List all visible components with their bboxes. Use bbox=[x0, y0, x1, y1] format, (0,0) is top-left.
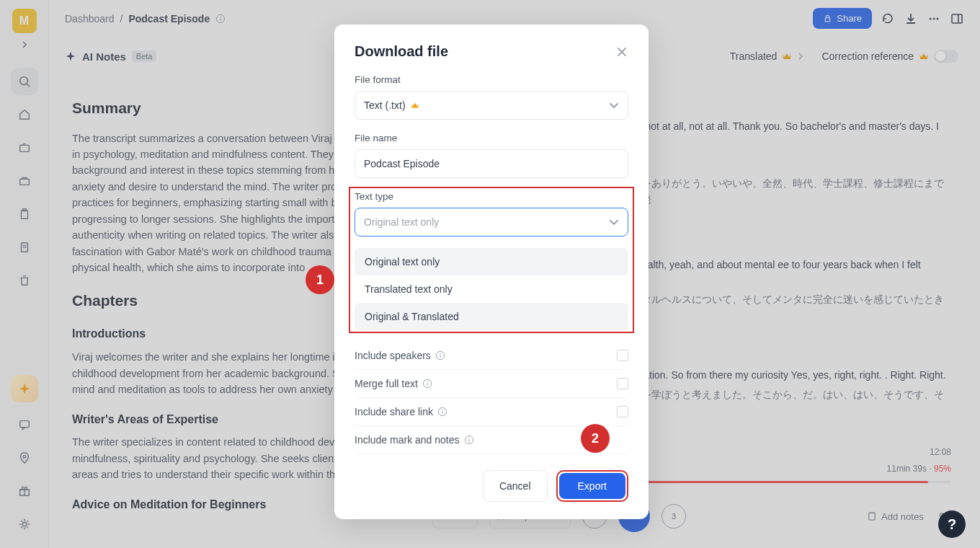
callout-1: 1 bbox=[306, 265, 334, 294]
svg-point-37 bbox=[442, 410, 442, 410]
info-icon[interactable] bbox=[464, 435, 474, 445]
chevron-down-icon bbox=[609, 217, 619, 227]
share-link-checkbox[interactable] bbox=[617, 406, 628, 417]
svg-point-34 bbox=[427, 381, 427, 382]
file-format-label: File format bbox=[355, 74, 628, 85]
text-type-placeholder: Original text only bbox=[364, 216, 439, 228]
chevron-down-icon bbox=[609, 100, 619, 110]
text-type-dropdown: Original text only Translated text only … bbox=[355, 248, 628, 330]
dropdown-option-translated[interactable]: Translated text only bbox=[355, 275, 628, 303]
file-name-input[interactable] bbox=[355, 149, 628, 178]
dropdown-option-original[interactable]: Original text only bbox=[355, 248, 628, 275]
svg-point-40 bbox=[468, 438, 469, 438]
share-link-label: Include share link bbox=[355, 406, 433, 417]
text-type-select[interactable]: Original text only bbox=[355, 208, 628, 237]
export-button[interactable]: Export bbox=[559, 473, 625, 499]
share-link-row: Include share link bbox=[355, 398, 628, 426]
mark-notes-label: Include mark and notes bbox=[355, 434, 460, 446]
svg-point-31 bbox=[440, 353, 440, 354]
info-icon[interactable] bbox=[437, 407, 447, 417]
merge-text-label: Merge full text bbox=[355, 378, 418, 389]
text-type-label: Text type bbox=[355, 191, 628, 202]
close-icon[interactable] bbox=[615, 45, 628, 58]
merge-text-row: Merge full text bbox=[355, 370, 628, 398]
include-speakers-label: Include speakers bbox=[355, 350, 431, 361]
export-highlight: Export bbox=[556, 470, 628, 502]
help-fab[interactable]: ? bbox=[938, 511, 966, 538]
include-speakers-row: Include speakers bbox=[355, 342, 628, 370]
file-format-value: Text (.txt) bbox=[364, 100, 406, 111]
info-icon[interactable] bbox=[422, 379, 432, 389]
crown-icon bbox=[410, 100, 420, 110]
callout-2: 2 bbox=[581, 424, 610, 453]
info-icon[interactable] bbox=[435, 350, 445, 361]
text-type-highlight: Text type Original text only Original te… bbox=[349, 187, 634, 333]
merge-text-checkbox[interactable] bbox=[617, 378, 628, 389]
dropdown-option-both[interactable]: Original & Translated bbox=[355, 303, 628, 330]
cancel-button[interactable]: Cancel bbox=[483, 470, 548, 502]
file-format-select[interactable]: Text (.txt) bbox=[355, 91, 628, 120]
modal-title: Download file bbox=[355, 43, 448, 60]
file-name-label: File name bbox=[355, 133, 628, 143]
include-speakers-checkbox[interactable] bbox=[617, 350, 628, 361]
